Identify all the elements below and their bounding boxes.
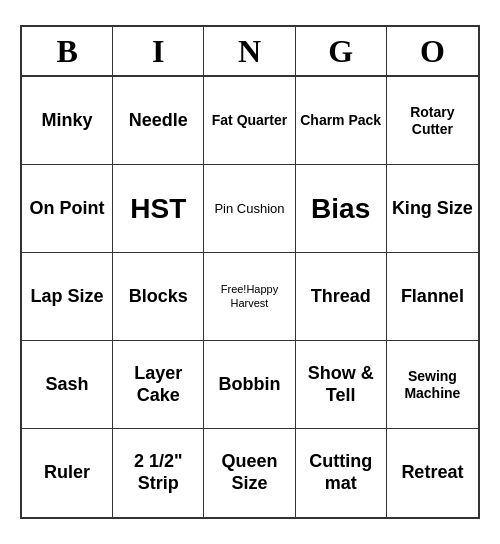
cell-text-15: Sash xyxy=(46,374,89,396)
bingo-cell-4: Rotary Cutter xyxy=(387,77,478,165)
header-i: I xyxy=(113,27,204,75)
cell-text-19: Sewing Machine xyxy=(391,368,474,402)
cell-text-6: HST xyxy=(130,192,186,226)
cell-text-11: Blocks xyxy=(129,286,188,308)
bingo-cell-1: Needle xyxy=(113,77,204,165)
cell-text-3: Charm Pack xyxy=(300,112,381,129)
cell-text-4: Rotary Cutter xyxy=(391,104,474,138)
bingo-cell-22: Queen Size xyxy=(204,429,295,517)
bingo-cell-3: Charm Pack xyxy=(296,77,387,165)
header-b: B xyxy=(22,27,113,75)
cell-text-12: Free!Happy Harvest xyxy=(208,283,290,309)
cell-text-24: Retreat xyxy=(401,462,463,484)
cell-text-10: Lap Size xyxy=(31,286,104,308)
cell-text-13: Thread xyxy=(311,286,371,308)
bingo-grid: MinkyNeedleFat QuarterCharm PackRotary C… xyxy=(22,77,478,517)
bingo-cell-11: Blocks xyxy=(113,253,204,341)
cell-text-14: Flannel xyxy=(401,286,464,308)
header-o: O xyxy=(387,27,478,75)
cell-text-16: Layer Cake xyxy=(117,363,199,406)
bingo-cell-21: 2 1/2" Strip xyxy=(113,429,204,517)
bingo-cell-10: Lap Size xyxy=(22,253,113,341)
bingo-cell-23: Cutting mat xyxy=(296,429,387,517)
cell-text-17: Bobbin xyxy=(219,374,281,396)
cell-text-22: Queen Size xyxy=(208,451,290,494)
bingo-cell-20: Ruler xyxy=(22,429,113,517)
bingo-cell-24: Retreat xyxy=(387,429,478,517)
header-g: G xyxy=(296,27,387,75)
bingo-cell-5: On Point xyxy=(22,165,113,253)
bingo-cell-17: Bobbin xyxy=(204,341,295,429)
bingo-cell-7: Pin Cushion xyxy=(204,165,295,253)
bingo-cell-9: King Size xyxy=(387,165,478,253)
bingo-cell-6: HST xyxy=(113,165,204,253)
cell-text-2: Fat Quarter xyxy=(212,112,287,129)
cell-text-0: Minky xyxy=(42,110,93,132)
bingo-cell-0: Minky xyxy=(22,77,113,165)
bingo-card: B I N G O MinkyNeedleFat QuarterCharm Pa… xyxy=(20,25,480,519)
bingo-cell-13: Thread xyxy=(296,253,387,341)
bingo-cell-19: Sewing Machine xyxy=(387,341,478,429)
cell-text-9: King Size xyxy=(392,198,473,220)
cell-text-1: Needle xyxy=(129,110,188,132)
bingo-cell-8: Bias xyxy=(296,165,387,253)
cell-text-20: Ruler xyxy=(44,462,90,484)
bingo-cell-18: Show & Tell xyxy=(296,341,387,429)
header-n: N xyxy=(204,27,295,75)
cell-text-18: Show & Tell xyxy=(300,363,382,406)
bingo-cell-2: Fat Quarter xyxy=(204,77,295,165)
cell-text-23: Cutting mat xyxy=(300,451,382,494)
cell-text-7: Pin Cushion xyxy=(214,201,284,217)
cell-text-21: 2 1/2" Strip xyxy=(117,451,199,494)
cell-text-5: On Point xyxy=(30,198,105,220)
bingo-cell-12: Free!Happy Harvest xyxy=(204,253,295,341)
bingo-cell-16: Layer Cake xyxy=(113,341,204,429)
cell-text-8: Bias xyxy=(311,192,370,226)
bingo-header: B I N G O xyxy=(22,27,478,77)
bingo-cell-15: Sash xyxy=(22,341,113,429)
bingo-cell-14: Flannel xyxy=(387,253,478,341)
